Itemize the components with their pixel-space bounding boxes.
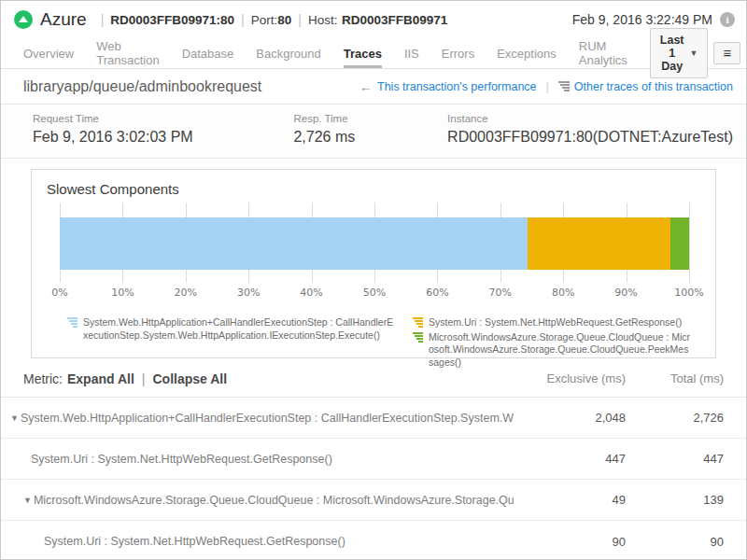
hamburger-icon: ≡ — [723, 48, 731, 59]
slowest-components-panel: Slowest Components 0%10%20%30%40%50%60%7… — [31, 169, 716, 358]
header-separator: | — [101, 12, 105, 27]
header-separator: | — [298, 12, 302, 27]
nav-tabs: Overview Web Transaction Database Backgr… — [23, 38, 650, 68]
tab-web-transaction[interactable]: Web Transaction — [96, 38, 159, 68]
bar-segment — [528, 217, 669, 270]
tab-overview[interactable]: Overview — [23, 38, 74, 68]
transaction-header: libraryapp/queue/adminbookrequest ← This… — [1, 69, 746, 105]
time-range-dropdown[interactable]: Last 1 Day ▼ — [650, 28, 709, 78]
metric-name: System.Uri : System.Net.HttpWebRequest.G… — [1, 453, 514, 466]
exclusive-ms-value: 2,048 — [514, 411, 626, 425]
x-tick-label: 50% — [363, 287, 386, 299]
links-separator: | — [546, 80, 549, 93]
gridline — [689, 203, 690, 283]
host-label: Host: — [308, 13, 338, 27]
actions-separator: | — [142, 371, 146, 386]
exclusive-ms-value: 49 — [514, 493, 626, 507]
bar-segment — [60, 217, 528, 270]
column-header-exclusive: Exclusive (ms) — [514, 371, 626, 385]
total-ms-value: 447 — [626, 452, 724, 466]
chevron-down-icon: ▼ — [690, 49, 698, 58]
trace-summary: Request Time Feb 9, 2016 3:02:03 PM Resp… — [1, 105, 746, 159]
x-tick-label: 40% — [300, 287, 322, 299]
apm-trace-window: Azure | RD0003FFB09971:80 | Port:80 | Ho… — [0, 0, 747, 560]
exclusive-ms-value: 90 — [514, 535, 626, 549]
table-row[interactable]: ▼System.Web.HttpApplication+CallHandlerE… — [1, 398, 746, 439]
collapse-caret-icon[interactable]: ▼ — [23, 496, 32, 505]
nav-bar: Overview Web Transaction Database Backgr… — [1, 38, 746, 69]
header-separator: | — [241, 12, 245, 27]
info-icon[interactable]: i — [720, 12, 735, 27]
transaction-title: libraryapp/queue/adminbookrequest — [23, 78, 261, 95]
tab-background[interactable]: Background — [256, 38, 320, 68]
total-ms-value: 139 — [626, 493, 724, 507]
chart-title: Slowest Components — [47, 181, 700, 197]
resp-time-cell: Resp. Time 2,726 ms — [293, 113, 447, 146]
instance-cell: Instance RD0003FFB09971:80(DOTNET:AzureT… — [447, 113, 733, 146]
table-row[interactable]: System.Uri : System.Net.HttpWebRequest.G… — [1, 439, 746, 480]
legend-item: System.Web.HttpApplication+CallHandlerEx… — [67, 316, 396, 342]
column-header-total: Total (ms) — [626, 371, 724, 385]
trace-list-icon — [558, 81, 570, 91]
legend-label: System.Web.HttpApplication+CallHandlerEx… — [83, 316, 396, 342]
app-name: Azure — [40, 9, 87, 30]
transaction-performance-link[interactable]: This transaction's performance — [377, 80, 537, 93]
hamburger-menu-button[interactable]: ≡ — [713, 42, 740, 64]
legend-swatch-icon — [413, 317, 423, 329]
expand-all-button[interactable]: Expand All — [67, 371, 134, 386]
tab-errors[interactable]: Errors — [442, 38, 474, 68]
resp-time-label: Resp. Time — [293, 113, 447, 124]
app-status-icon — [14, 10, 33, 29]
x-tick-label: 80% — [552, 287, 574, 299]
tab-exceptions[interactable]: Exceptions — [497, 38, 557, 68]
tab-rum-analytics[interactable]: RUM Analytics — [579, 38, 627, 68]
legend-label: System.Uri : System.Net.HttpWebRequest.G… — [429, 316, 682, 329]
metric-label: Metric: — [23, 371, 63, 386]
port-value: 80 — [277, 13, 291, 27]
x-tick-label: 30% — [237, 287, 260, 299]
x-tick-label: 20% — [175, 287, 197, 299]
metric-table: Metric: Expand All | Collapse All Exclus… — [1, 360, 746, 559]
instance-label: Instance — [447, 113, 733, 124]
metric-table-header: Metric: Expand All | Collapse All Exclus… — [1, 360, 746, 398]
resp-time-value: 2,726 ms — [293, 129, 447, 146]
collapse-all-button[interactable]: Collapse All — [152, 371, 227, 386]
x-tick-label: 90% — [614, 287, 637, 299]
collapse-caret-icon[interactable]: ▼ — [10, 413, 19, 423]
instance-value: RD0003FFB09971:80(DOTNET:AzureTest) — [447, 129, 733, 146]
exclusive-ms-value: 447 — [514, 452, 626, 466]
request-time-label: Request Time — [33, 113, 293, 124]
host-value: RD0003FFB09971 — [342, 13, 447, 27]
metric-name: System.Uri : System.Net.HttpWebRequest.G… — [1, 535, 514, 548]
request-time-cell: Request Time Feb 9, 2016 3:02:03 PM — [33, 113, 293, 146]
tab-iis[interactable]: IIS — [404, 38, 419, 68]
tab-database[interactable]: Database — [182, 38, 234, 68]
x-tick-label: 60% — [426, 287, 448, 299]
time-range-label: Last 1 Day — [660, 34, 684, 73]
metric-name: ▼System.Web.HttpApplication+CallHandlerE… — [1, 412, 514, 425]
tab-traces[interactable]: Traces — [344, 38, 382, 68]
server-name: RD0003FFB09971:80 — [110, 13, 234, 27]
chart-x-axis: 0%10%20%30%40%50%60%70%80%90%100% — [60, 287, 689, 303]
other-traces-link[interactable]: Other traces of this transaction — [574, 80, 733, 93]
chart-plot — [60, 203, 689, 283]
x-tick-label: 70% — [489, 287, 512, 299]
metric-name: ▼Microsoft.WindowsAzure.Storage.Queue.Cl… — [1, 494, 514, 507]
table-row[interactable]: System.Uri : System.Net.HttpWebRequest.G… — [1, 521, 746, 560]
legend-item: System.Uri : System.Net.HttpWebRequest.G… — [413, 316, 693, 329]
stacked-bar — [60, 217, 689, 270]
top-header: Azure | RD0003FFB09971:80 | Port:80 | Ho… — [1, 1, 746, 38]
current-timestamp: Feb 9, 2016 3:22:49 PM — [572, 12, 712, 27]
x-tick-label: 100% — [674, 287, 703, 299]
port-label: Port: — [251, 13, 278, 27]
metric-rows: ▼System.Web.HttpApplication+CallHandlerE… — [1, 398, 746, 560]
bar-segment — [670, 217, 689, 270]
x-tick-label: 10% — [111, 287, 134, 299]
total-ms-value: 2,726 — [626, 411, 724, 425]
arrow-left-icon: ← — [359, 79, 373, 94]
x-tick-label: 0% — [51, 287, 67, 299]
total-ms-value: 90 — [626, 535, 724, 549]
table-row[interactable]: ▼Microsoft.WindowsAzure.Storage.Queue.Cl… — [1, 480, 746, 521]
request-time-value: Feb 9, 2016 3:02:03 PM — [33, 129, 293, 146]
legend-swatch-icon — [67, 317, 78, 342]
